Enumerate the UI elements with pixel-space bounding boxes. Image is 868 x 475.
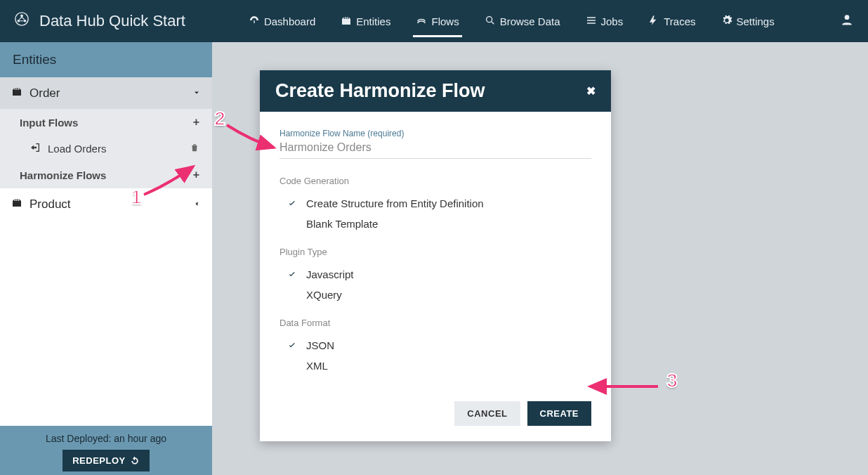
nav-browse[interactable]: Browse Data	[485, 0, 560, 42]
add-input-flow-button[interactable]: +	[193, 116, 199, 129]
flow-name-label: Harmonize Flow Name (required)	[280, 129, 591, 138]
harmonize-flows-header: Harmonize Flows +	[0, 162, 212, 188]
entity-label: Product	[29, 197, 71, 212]
option-label: XQuery	[306, 289, 342, 301]
redeploy-label: REDEPLOY	[72, 455, 126, 466]
flow-name-input[interactable]	[280, 138, 591, 159]
delete-flow-button[interactable]	[190, 143, 199, 155]
option-label: Create Structure from Entity Definition	[306, 197, 484, 209]
flow-item-load-orders[interactable]: Load Orders	[0, 136, 212, 162]
option-blank-template[interactable]: Blank Template	[280, 214, 591, 234]
nav-label: Traces	[664, 15, 695, 27]
add-harmonize-flow-button[interactable]: +	[193, 169, 199, 181]
svg-point-4	[486, 16, 492, 22]
nav-label: Dashboard	[264, 15, 315, 27]
modal-footer: CANCEL CREATE	[260, 401, 611, 441]
close-icon[interactable]: ✖	[586, 84, 596, 98]
check-icon	[287, 270, 298, 280]
input-flows-header: Input Flows +	[0, 109, 212, 136]
dashboard-icon	[249, 15, 260, 28]
user-menu[interactable]	[840, 13, 854, 30]
brand: Data Hub Quick Start	[14, 11, 185, 31]
flow-item-label: Load Orders	[48, 143, 106, 155]
check-icon	[287, 199, 298, 209]
import-icon	[29, 142, 41, 155]
option-xml[interactable]: XML	[280, 356, 591, 376]
nav-traces[interactable]: Traces	[648, 0, 695, 42]
nav-label: Settings	[737, 15, 775, 27]
redeploy-button[interactable]: REDEPLOY	[63, 450, 150, 471]
nav-jobs[interactable]: Jobs	[586, 0, 624, 42]
nav-label: Flows	[431, 15, 459, 27]
top-nav: Data Hub Quick Start Dashboard Entities …	[0, 0, 868, 42]
plugin-type-group: Plugin Type Javascript XQuery	[280, 247, 591, 305]
chevron-left-icon	[192, 197, 201, 212]
option-xquery[interactable]: XQuery	[280, 285, 591, 305]
nav-entities[interactable]: Entities	[341, 0, 390, 42]
svg-point-5	[845, 15, 850, 20]
nav-dashboard[interactable]: Dashboard	[249, 0, 315, 42]
data-format-group: Data Format JSON XML	[280, 318, 591, 376]
flows-icon	[416, 15, 427, 28]
option-label: Javascript	[306, 268, 354, 280]
check-icon	[287, 341, 298, 351]
chevron-down-icon	[192, 86, 201, 100]
svg-point-2	[18, 20, 20, 22]
create-harmonize-flow-modal: Create Harmonize Flow ✖ Harmonize Flow N…	[260, 70, 611, 441]
annotation-3: 3	[660, 367, 684, 394]
plugin-type-label: Plugin Type	[280, 247, 591, 257]
option-label: Blank Template	[306, 218, 378, 230]
nav-label: Browse Data	[500, 15, 560, 27]
sidebar-footer: Last Deployed: an hour ago REDEPLOY	[0, 426, 212, 475]
entity-label: Order	[29, 86, 60, 100]
gear-icon	[721, 15, 732, 28]
option-json[interactable]: JSON	[280, 335, 591, 356]
entities-icon	[341, 15, 352, 28]
entity-product[interactable]: Product	[0, 188, 212, 220]
logo-icon	[14, 11, 29, 31]
nav-items: Dashboard Entities Flows Browse Data Job…	[249, 0, 829, 42]
data-format-label: Data Format	[280, 318, 591, 328]
entity-order[interactable]: Order	[0, 77, 212, 109]
search-icon	[485, 15, 496, 28]
modal-title: Create Harmonize Flow	[275, 80, 485, 102]
nav-label: Entities	[356, 15, 390, 27]
code-generation-label: Code Generation	[280, 176, 591, 186]
option-label: JSON	[306, 339, 334, 351]
modal-body: Harmonize Flow Name (required) Code Gene…	[260, 112, 611, 401]
sidebar: Entities Order Input Flows + Load Orders	[0, 42, 212, 475]
jobs-icon	[586, 15, 597, 28]
harmonize-flows-label: Harmonize Flows	[20, 169, 106, 181]
option-label: XML	[306, 360, 328, 372]
modal-header: Create Harmonize Flow ✖	[260, 70, 611, 112]
flow-section: Input Flows + Load Orders Harmonize Flow…	[0, 109, 212, 188]
brand-title: Data Hub Quick Start	[39, 12, 185, 30]
nav-label: Jobs	[601, 15, 624, 27]
option-create-structure[interactable]: Create Structure from Entity Definition	[280, 193, 591, 214]
svg-point-3	[24, 20, 27, 22]
annotation-1: 1	[124, 184, 148, 211]
last-deployed-text: Last Deployed: an hour ago	[0, 433, 212, 444]
sidebar-header: Entities	[0, 42, 212, 77]
code-generation-group: Code Generation Create Structure from En…	[280, 176, 591, 234]
nav-settings[interactable]: Settings	[721, 0, 775, 42]
input-flows-label: Input Flows	[20, 117, 78, 129]
option-javascript[interactable]: Javascript	[280, 264, 591, 285]
factory-icon	[11, 86, 22, 100]
nav-flows[interactable]: Flows	[416, 0, 459, 42]
traces-icon	[648, 15, 659, 28]
create-button[interactable]: CREATE	[527, 401, 591, 426]
factory-icon	[11, 197, 22, 212]
cancel-button[interactable]: CANCEL	[454, 401, 520, 426]
svg-point-1	[20, 15, 23, 18]
annotation-2: 2	[208, 105, 232, 132]
